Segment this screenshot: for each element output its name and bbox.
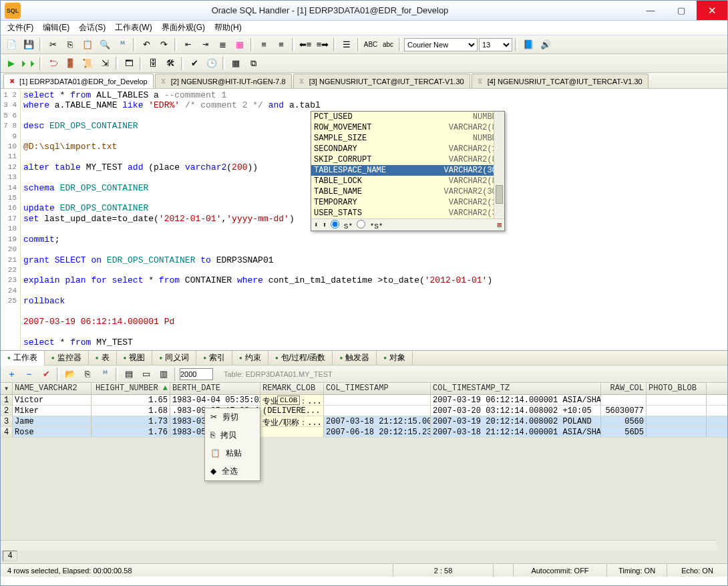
autocomplete-item[interactable]: TABLE_NAMEVARCHAR2(30) bbox=[311, 186, 504, 197]
context-menu-item[interactable]: ✂剪切 bbox=[205, 408, 260, 426]
context-menu-item[interactable]: 📋粘贴 bbox=[205, 444, 260, 462]
context-menu-item[interactable]: ◆全选 bbox=[205, 462, 260, 480]
save-icon[interactable]: 💾 bbox=[21, 37, 37, 52]
tab-2[interactable]: ⧖[2] NGENUSR@HIT-IUT-nGEN-7.8 bbox=[155, 74, 292, 88]
paste-icon[interactable]: 📋 bbox=[79, 37, 96, 52]
table-icon[interactable]: ▦ bbox=[228, 56, 244, 71]
indent-right-icon[interactable]: ⇥ bbox=[197, 37, 213, 52]
context-menu[interactable]: ✂剪切⎘拷贝📋粘贴◆全选 bbox=[204, 408, 260, 481]
btab-synonym[interactable]: ●同义词 bbox=[152, 350, 196, 365]
filter-contains[interactable]: *S* bbox=[357, 220, 383, 231]
add-row-icon[interactable]: ＋ bbox=[3, 367, 19, 382]
book-icon[interactable]: 📘 bbox=[520, 37, 536, 52]
copy-icon[interactable]: ⎘ bbox=[62, 37, 78, 52]
btab-table[interactable]: ●表 bbox=[89, 350, 117, 365]
autocomplete-item[interactable]: TEMPORARYVARCHAR2(1) bbox=[311, 197, 504, 208]
menu-edit[interactable]: 编辑(E) bbox=[40, 21, 72, 35]
col-remark[interactable]: REMARK_CLOB bbox=[260, 383, 324, 394]
script-icon[interactable]: 📜 bbox=[79, 56, 96, 71]
align-right-icon[interactable]: ≡ bbox=[273, 37, 289, 52]
close-button[interactable]: ✕ bbox=[697, 1, 727, 20]
grid-view-icon[interactable]: ▤ bbox=[121, 367, 137, 382]
table-row[interactable]: 4 Rose 1.76 1983-05- 2007-06-18 20:12:15… bbox=[1, 427, 727, 438]
btab-monitor[interactable]: ●监控器 bbox=[45, 350, 89, 365]
autocomplete-popup[interactable]: PCT_USEDNUMBERROW_MOVEMENTVARCHAR2(8)SAM… bbox=[311, 111, 505, 231]
stop-icon[interactable]: ⮌ bbox=[45, 56, 61, 71]
delete-row-icon[interactable]: － bbox=[21, 367, 37, 382]
btab-package[interactable]: ●包/过程/函数 bbox=[268, 350, 333, 365]
redo-icon[interactable]: ↷ bbox=[156, 37, 172, 52]
col-ts[interactable]: COL_TIMESTAMP bbox=[324, 383, 431, 394]
autocomplete-item[interactable]: ROW_MOVEMENTVARCHAR2(8) bbox=[311, 122, 504, 133]
scrollbar-thumb[interactable] bbox=[496, 185, 503, 204]
corner-cell[interactable]: ▾ bbox=[1, 383, 13, 394]
find-icon[interactable]: 🔍 bbox=[97, 37, 113, 52]
lowercase-icon[interactable]: abc bbox=[380, 37, 396, 52]
exit-icon[interactable]: 🚪 bbox=[62, 56, 78, 71]
indent-left-icon[interactable]: ⇤ bbox=[180, 37, 196, 52]
run-icon[interactable]: ▶ bbox=[3, 56, 19, 71]
tab-1[interactable]: ✖[1] EDRP3DATA01@EDR_for_Develop bbox=[3, 74, 154, 88]
table-row[interactable]: 2 Miker 1.68 .983-09-05 17:23:42 (DELIVE… bbox=[1, 406, 727, 416]
col-raw[interactable]: RAW_COL bbox=[601, 383, 647, 394]
menu-worksheet[interactable]: 工作表(W) bbox=[112, 21, 154, 35]
menu-appearance[interactable]: 界面外观(G) bbox=[159, 21, 208, 35]
table-row[interactable]: 3 Jame 1.73 1983-03- 专业/职称：... 2007-03-1… bbox=[1, 416, 727, 427]
tab-3[interactable]: ⧖[3] NGENUSRIUT_TCAT@IUT_TERCAT-V1.30 bbox=[293, 74, 470, 88]
align-left-icon[interactable]: ≡ bbox=[256, 37, 272, 52]
autocomplete-item[interactable]: SAMPLE_SIZENUMBER bbox=[311, 133, 504, 144]
undo-icon[interactable]: ↶ bbox=[138, 37, 154, 52]
window-icon[interactable]: 🗔 bbox=[121, 56, 137, 71]
autocomplete-item[interactable]: TABLE_LOCKVARCHAR2(8) bbox=[311, 176, 504, 186]
single-row-icon[interactable]: ▭ bbox=[138, 367, 154, 382]
context-menu-item[interactable]: ⎘拷贝 bbox=[205, 426, 260, 444]
col-name[interactable]: NAME_VARCHAR2 bbox=[13, 383, 92, 394]
db-icon[interactable]: 🗄 bbox=[145, 56, 161, 71]
sound-icon[interactable]: 🔊 bbox=[538, 37, 554, 52]
btab-view[interactable]: ●视图 bbox=[117, 350, 153, 365]
btab-trigger[interactable]: ●触发器 bbox=[333, 350, 377, 365]
indent-icon[interactable]: ≡➡ bbox=[315, 37, 331, 52]
font-select[interactable]: Courier New bbox=[404, 38, 478, 51]
outdent-icon[interactable]: ⬅≡ bbox=[297, 37, 313, 52]
uppercase-icon[interactable]: ABC bbox=[363, 37, 379, 52]
arrow-up-icon[interactable]: ⬆ bbox=[323, 221, 327, 229]
close-tab-icon[interactable]: ✖ bbox=[9, 78, 17, 86]
btab-object[interactable]: ●对象 bbox=[377, 350, 413, 365]
autocomplete-item[interactable]: SKIP_CORRUPTVARCHAR2(8) bbox=[311, 154, 504, 165]
col-photo[interactable]: PHOTO_BLOB bbox=[647, 383, 707, 394]
col-berth[interactable]: BERTH_DATE bbox=[170, 383, 260, 394]
tab-4[interactable]: ⧖[4] NGENUSRIUT_TCAT@IUT_TERCAT-V1.30 bbox=[472, 74, 649, 88]
col-height[interactable]: HEIGHT_NUMBER ▲ bbox=[92, 383, 170, 394]
commit-row-icon[interactable]: ✔ bbox=[38, 367, 54, 382]
autocomplete-close-icon[interactable]: ⊠ bbox=[497, 221, 502, 229]
list-icon[interactable]: ☰ bbox=[339, 37, 355, 52]
table-row[interactable]: 1 Victor 1.65 1983-04-04 05:35:02 专业/职称：… bbox=[1, 395, 727, 406]
new-icon[interactable]: 📄 bbox=[3, 37, 19, 52]
maximize-button[interactable]: ▢ bbox=[666, 1, 697, 20]
menu-help[interactable]: 帮助(H) bbox=[212, 21, 244, 35]
cut-icon[interactable]: ✂ bbox=[45, 37, 61, 52]
run-all-icon[interactable]: ⏵⏵ bbox=[21, 56, 37, 71]
btab-constraint[interactable]: ●约束 bbox=[232, 350, 268, 365]
autocomplete-item[interactable]: TABLESPACE_NAMEVARCHAR2(30) bbox=[311, 165, 504, 176]
dup-icon[interactable]: ⧉ bbox=[245, 56, 261, 71]
menu-session[interactable]: 会话(S) bbox=[76, 21, 108, 35]
arrow-down-icon[interactable]: ⬇ bbox=[314, 221, 319, 229]
autocomplete-scrollbar[interactable] bbox=[494, 112, 504, 218]
fontsize-select[interactable]: 13 bbox=[479, 38, 512, 51]
sql-editor[interactable]: 1 2 3 4 5 6 7 8 9 10 11 12 13 14 15 16 1… bbox=[1, 89, 727, 351]
export-icon[interactable]: ⇲ bbox=[97, 56, 113, 71]
tools-icon[interactable]: 🛠 bbox=[162, 56, 178, 71]
open-icon[interactable]: 📂 bbox=[62, 367, 78, 382]
grid-hscrollbar[interactable] bbox=[1, 540, 717, 551]
col-tz[interactable]: COL_TIMESTAMP_TZ bbox=[431, 383, 601, 394]
replace-icon[interactable]: ᴹ bbox=[114, 37, 130, 52]
limit-input[interactable] bbox=[180, 368, 213, 380]
grid-icon[interactable]: ▦ bbox=[232, 37, 248, 52]
filter-startswith[interactable]: S* bbox=[331, 220, 353, 231]
autocomplete-item[interactable]: PCT_USEDNUMBER bbox=[311, 112, 504, 122]
find-grid-icon[interactable]: ᴹ bbox=[97, 367, 113, 382]
minimize-button[interactable]: — bbox=[635, 1, 666, 20]
form-icon[interactable]: ▥ bbox=[156, 367, 172, 382]
